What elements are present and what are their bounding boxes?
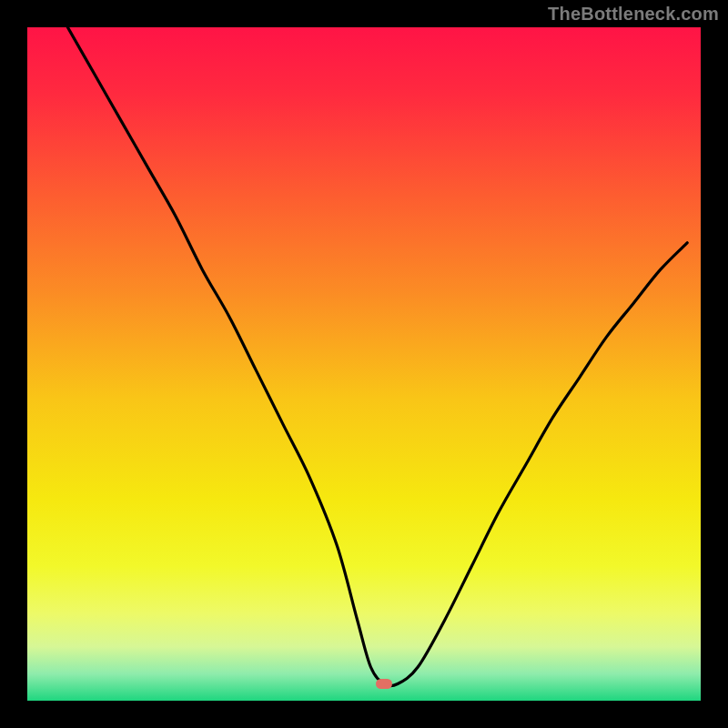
optimal-point-marker	[376, 679, 392, 689]
plot-area	[27, 27, 701, 701]
chart-frame: TheBottleneck.com	[0, 0, 728, 728]
watermark-text: TheBottleneck.com	[548, 4, 719, 25]
bottleneck-curve	[27, 27, 701, 701]
